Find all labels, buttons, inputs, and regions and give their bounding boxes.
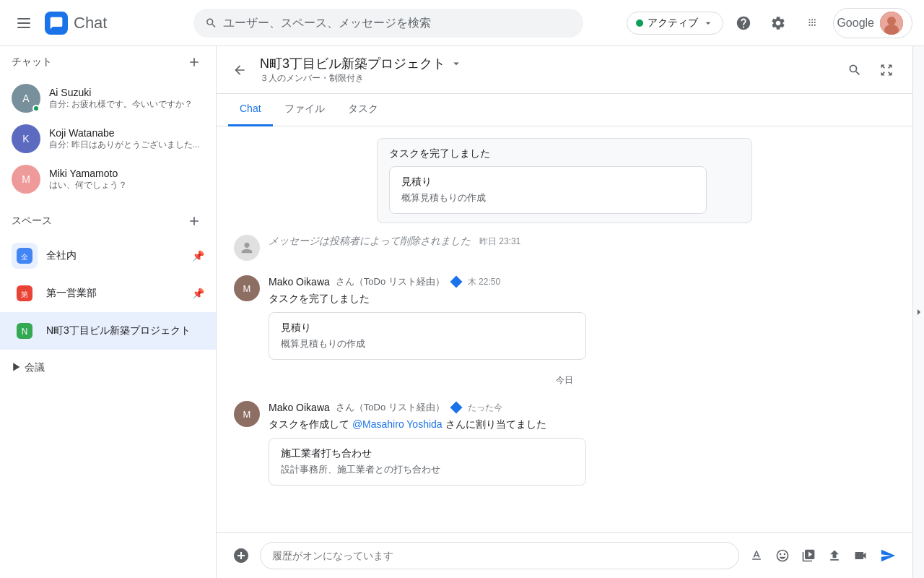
- add-attachment-icon: [232, 547, 250, 564]
- huddle-button[interactable]: [797, 544, 820, 567]
- space-name-nmachi: N町3丁目ビル新築プロジェクト: [46, 324, 204, 337]
- input-area: [217, 532, 912, 578]
- tab-chat[interactable]: Chat: [228, 94, 273, 126]
- spaces-label: スペース: [12, 215, 52, 228]
- chats-label: チャット: [12, 56, 52, 69]
- send-button[interactable]: [875, 543, 901, 569]
- message-input[interactable]: [260, 542, 739, 569]
- search-bar[interactable]: [193, 9, 583, 38]
- emoji-button[interactable]: [771, 544, 794, 567]
- meetings-section-header[interactable]: ▶ 会議: [0, 355, 216, 380]
- topbar-right: アクティブ Google: [627, 8, 912, 38]
- messages-list: タスクを完了しました 見積り 概算見積もりの作成 メッセージは投稿者によって削除…: [217, 126, 912, 532]
- tab-files[interactable]: ファイル: [273, 94, 336, 126]
- space-icon-daiichi: 第: [12, 280, 38, 306]
- upload-button[interactable]: [823, 544, 846, 567]
- chat-item-miki[interactable]: M Miki Yamamoto はい、何でしょう？: [0, 159, 216, 199]
- expand-panel[interactable]: [912, 46, 924, 578]
- add-space-button[interactable]: [184, 211, 204, 231]
- chat-title-area: N町3丁目ビル新築プロジェクト ３人のメンバー・制限付き: [260, 55, 832, 85]
- pin-icon-zenshanai: 📌: [192, 250, 204, 262]
- date-divider-today: 今日: [234, 374, 895, 387]
- space-info-nmachi: N町3丁目ビル新築プロジェクト: [46, 324, 204, 337]
- mako-avatar-1: M: [234, 275, 260, 301]
- deleted-message-group: メッセージは投稿者によって削除されました 昨日 23:31: [234, 235, 895, 261]
- hamburger-menu[interactable]: [12, 12, 36, 34]
- space-item-nmachi[interactable]: N N町3丁目ビル新築プロジェクト: [0, 312, 216, 350]
- system-task-text: タスクを完了しました: [389, 147, 740, 160]
- mako-time-1: 木 22:50: [468, 276, 500, 288]
- settings-button[interactable]: [764, 9, 793, 38]
- add-attachment-button[interactable]: [228, 543, 254, 569]
- svg-text:第: 第: [21, 290, 28, 298]
- header-search-button[interactable]: [840, 56, 869, 85]
- chat-item-info-ai: Ai Suzuki 自分: お疲れ様です。今いいですか？: [49, 87, 204, 111]
- deleted-avatar: [234, 235, 260, 261]
- mako-task-title-1: 見積り: [281, 322, 574, 335]
- chat-preview-miki: はい、何でしょう？: [49, 179, 204, 191]
- sidebar: チャット A Ai Suzuki 自分: お疲れ様です。今いいですか？ K Ko…: [0, 46, 217, 578]
- search-input[interactable]: [223, 17, 572, 30]
- add-space-icon: [187, 214, 201, 228]
- chat-item-info-koji: Koji Watanabe 自分: 昨日はありがとうございました...: [49, 127, 204, 151]
- system-message-group: タスクを完了しました 見積り 概算見積もりの作成: [234, 138, 895, 223]
- space-info-daiichi: 第一営業部: [46, 287, 183, 300]
- topbar-left: Chat: [12, 12, 185, 35]
- ghost-user-icon: [239, 240, 255, 256]
- chat-item-koji[interactable]: K Koji Watanabe 自分: 昨日はありがとうございました...: [0, 118, 216, 159]
- tabs: Chat ファイル タスク: [217, 94, 912, 126]
- mako-time-2: たった今: [468, 402, 502, 414]
- spaces-section-header[interactable]: スペース: [0, 205, 216, 237]
- space-svg-nmachi: N: [17, 323, 32, 339]
- text-format-button[interactable]: [745, 544, 768, 567]
- search-icon: [205, 17, 217, 30]
- mako-content-2: Mako Oikawa さん（ToDo リスト経由） たった今 タスクを作成して…: [269, 401, 895, 486]
- status-indicator: [636, 20, 643, 27]
- expand-panel-icon: [915, 303, 923, 321]
- mako-content-1: Mako Oikawa さん（ToDo リスト経由） 木 22:50 タスクを完…: [269, 275, 895, 360]
- apps-button[interactable]: [798, 9, 827, 38]
- video-button[interactable]: [849, 544, 872, 567]
- system-task-card: タスクを完了しました 見積り 概算見積もりの作成: [377, 138, 752, 223]
- avatar-svg: [880, 12, 903, 35]
- status-chevron-icon: [702, 17, 714, 29]
- back-icon: [232, 63, 247, 77]
- mako-message-2: M Mako Oikawa さん（ToDo リスト経由） たった今 タスクを作成…: [234, 401, 895, 486]
- main-layout: チャット A Ai Suzuki 自分: お疲れ様です。今いいですか？ K Ko…: [0, 46, 924, 578]
- space-name-zenshanai: 全社内: [46, 249, 183, 262]
- google-label: Google: [837, 17, 874, 30]
- deleted-msg-content: メッセージは投稿者によって削除されました 昨日 23:31: [269, 235, 895, 248]
- emoji-icon: [775, 548, 790, 563]
- space-name-daiichi: 第一営業部: [46, 287, 183, 300]
- chats-section-header[interactable]: チャット: [0, 46, 216, 78]
- space-info-zenshanai: 全社内: [46, 249, 183, 262]
- space-item-zenshanai[interactable]: 全 全社内 📌: [0, 237, 216, 275]
- help-button[interactable]: [729, 9, 758, 38]
- settings-icon: [770, 15, 786, 31]
- tab-tasks[interactable]: タスク: [336, 94, 390, 126]
- todo-diamond-2: [450, 402, 462, 414]
- video-icon: [853, 548, 868, 563]
- chat-header: N町3丁目ビル新築プロジェクト ３人のメンバー・制限付き: [217, 46, 912, 94]
- header-expand-button[interactable]: [872, 56, 901, 85]
- svg-text:N: N: [22, 327, 28, 337]
- status-button[interactable]: アクティブ: [627, 12, 723, 35]
- chat-logo-svg: [49, 16, 64, 30]
- chat-item-ai-suzuki[interactable]: A Ai Suzuki 自分: お疲れ様です。今いいですか？: [0, 78, 216, 118]
- space-item-daiichi[interactable]: 第 第一営業部 📌: [0, 275, 216, 312]
- chat-title: N町3丁目ビル新築プロジェクト: [260, 55, 832, 72]
- chat-name-koji: Koji Watanabe: [49, 127, 204, 139]
- svg-point-1: [887, 17, 896, 25]
- avatar-miki: M: [12, 165, 40, 194]
- deleted-msg-time: 昨日 23:31: [479, 236, 520, 246]
- logo-area: Chat: [45, 12, 107, 35]
- space-icon-nmachi: N: [12, 318, 38, 344]
- google-account-button[interactable]: Google: [833, 8, 912, 38]
- status-label: アクティブ: [648, 17, 698, 30]
- chat-name-ai: Ai Suzuki: [49, 87, 204, 98]
- back-button[interactable]: [228, 59, 251, 82]
- title-chevron-icon: [450, 57, 463, 70]
- add-chat-button[interactable]: [184, 52, 204, 72]
- meetings-label: ▶ 会議: [12, 361, 45, 374]
- system-task-inner-card: 見積り 概算見積もりの作成: [389, 166, 707, 214]
